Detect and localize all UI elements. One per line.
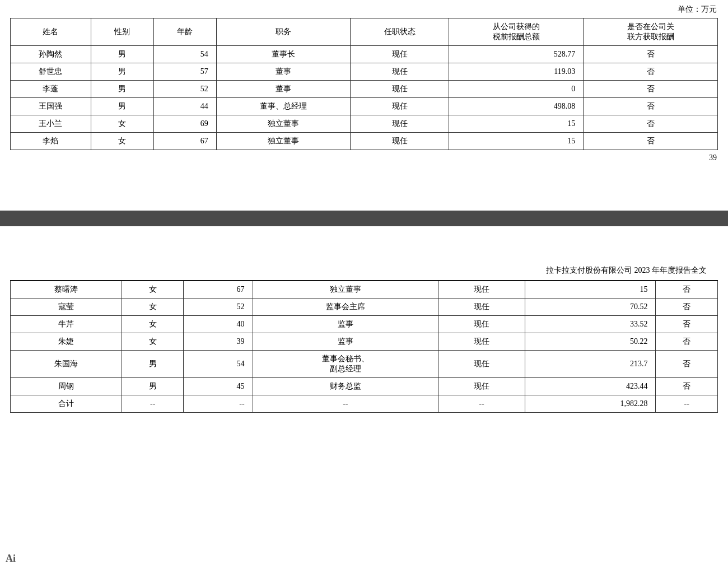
table-cell: 213.7 (525, 351, 656, 378)
bottom-table: 蔡曙涛女67独立董事现任15否寇莹女52监事会主席现任70.52否牛芹女40监事… (10, 281, 718, 413)
table-cell: 否 (656, 333, 718, 351)
table-cell: 现任 (438, 299, 525, 316)
table-cell: 王国强 (11, 98, 91, 115)
table-cell: 现任 (351, 63, 449, 81)
table-row: 李蓬男52董事现任0否 (11, 81, 718, 98)
table-row: 寇莹女52监事会主席现任70.52否 (11, 299, 718, 316)
table-cell: 男 (91, 98, 153, 115)
table-row: 朱婕女39监事现任50.22否 (11, 333, 718, 351)
table-cell: 男 (122, 378, 184, 395)
table-cell: 0 (449, 81, 584, 98)
table-cell: 57 (153, 63, 216, 81)
table-cell: 否 (656, 316, 718, 333)
table-cell: 独立董事 (216, 133, 351, 150)
table-cell: 否 (584, 81, 718, 98)
table-cell: 女 (122, 333, 184, 351)
table-cell: 否 (656, 351, 718, 378)
col-header-gender: 性别 (91, 18, 153, 46)
table-row: 朱国海男54董事会秘书、 副总经理现任213.7否 (11, 351, 718, 378)
table-cell: 男 (91, 46, 153, 63)
table-cell: 现任 (438, 333, 525, 351)
table-cell: 现任 (351, 98, 449, 115)
table-cell: 现任 (438, 378, 525, 395)
table-cell: 女 (122, 316, 184, 333)
table-cell: 否 (584, 98, 718, 115)
table-cell: 否 (656, 299, 718, 316)
col-header-related: 是否在公司关 联方获取报酬 (584, 18, 718, 46)
unit-label: 单位：万元 (0, 0, 728, 18)
table-cell: 蔡曙涛 (11, 281, 122, 299)
table-row: 孙陶然男54董事长现任528.77否 (11, 46, 718, 63)
table-cell: 董事 (216, 81, 351, 98)
table-cell: 董事会秘书、 副总经理 (253, 351, 438, 378)
table-cell: 52 (184, 299, 253, 316)
watermark: Ai (6, 553, 16, 565)
table-cell: 423.44 (525, 378, 656, 395)
table-cell: 朱婕 (11, 333, 122, 351)
top-table-container: 姓名 性别 年龄 职务 任职状态 从公司获得的 税前报酬总额 是否在公司关 联方… (0, 18, 728, 150)
table-row: 合计--------1,982.28-- (11, 395, 718, 413)
col-header-age: 年龄 (153, 18, 216, 46)
table-cell: -- (253, 395, 438, 413)
col-header-salary: 从公司获得的 税前报酬总额 (449, 18, 584, 46)
table-row: 王小兰女69独立董事现任15否 (11, 115, 718, 133)
table-cell: 女 (122, 299, 184, 316)
table-cell: 监事 (253, 316, 438, 333)
table-cell: 现任 (438, 351, 525, 378)
table-cell: 67 (184, 281, 253, 299)
table-cell: 李蓬 (11, 81, 91, 98)
table-cell: 否 (584, 46, 718, 63)
table-cell: 牛芹 (11, 316, 122, 333)
table-cell: 54 (184, 351, 253, 378)
table-cell: 李焰 (11, 133, 91, 150)
table-cell: 合计 (11, 395, 122, 413)
table-cell: 15 (525, 281, 656, 299)
table-cell: 董事长 (216, 46, 351, 63)
table-cell: 现任 (438, 281, 525, 299)
table-cell: 否 (584, 115, 718, 133)
table-row: 舒世忠男57董事现任119.03否 (11, 63, 718, 81)
table-cell: 1,982.28 (525, 395, 656, 413)
table-row: 牛芹女40监事现任33.52否 (11, 316, 718, 333)
table-cell: 王小兰 (11, 115, 91, 133)
table-cell: 现任 (438, 316, 525, 333)
top-table: 姓名 性别 年龄 职务 任职状态 从公司获得的 税前报酬总额 是否在公司关 联方… (10, 18, 718, 150)
table-cell: 45 (184, 378, 253, 395)
table-row: 李焰女67独立董事现任15否 (11, 133, 718, 150)
table-cell: 否 (584, 133, 718, 150)
table-cell: -- (438, 395, 525, 413)
table-cell: 70.52 (525, 299, 656, 316)
table-cell: 498.08 (449, 98, 584, 115)
table-cell: 528.77 (449, 46, 584, 63)
table-cell: 董事、总经理 (216, 98, 351, 115)
table-cell: 寇莹 (11, 299, 122, 316)
table-cell: 50.22 (525, 333, 656, 351)
table-cell: 独立董事 (216, 115, 351, 133)
table-cell: 女 (91, 115, 153, 133)
table-cell: 否 (584, 63, 718, 81)
table-cell: 女 (122, 281, 184, 299)
company-header: 拉卡拉支付股份有限公司 2023 年年度报告全文 (10, 260, 718, 281)
table-cell: 现任 (351, 81, 449, 98)
table-cell: 财务总监 (253, 378, 438, 395)
table-row: 蔡曙涛女67独立董事现任15否 (11, 281, 718, 299)
table-cell: 否 (656, 378, 718, 395)
table-cell: 39 (184, 333, 253, 351)
table-cell: 15 (449, 133, 584, 150)
table-cell: -- (184, 395, 253, 413)
table-header-row: 姓名 性别 年龄 职务 任职状态 从公司获得的 税前报酬总额 是否在公司关 联方… (11, 18, 718, 46)
table-cell: 监事会主席 (253, 299, 438, 316)
table-cell: 现任 (351, 133, 449, 150)
page-number: 39 (0, 150, 728, 166)
table-cell: 44 (153, 98, 216, 115)
divider-bar (0, 211, 728, 226)
table-cell: 69 (153, 115, 216, 133)
section-break (0, 226, 728, 260)
bottom-table-container: 蔡曙涛女67独立董事现任15否寇莹女52监事会主席现任70.52否牛芹女40监事… (0, 281, 728, 413)
table-cell: 119.03 (449, 63, 584, 81)
table-cell: 舒世忠 (11, 63, 91, 81)
table-cell: 现任 (351, 115, 449, 133)
table-cell: 朱国海 (11, 351, 122, 378)
table-row: 周钢男45财务总监现任423.44否 (11, 378, 718, 395)
table-cell: 现任 (351, 46, 449, 63)
